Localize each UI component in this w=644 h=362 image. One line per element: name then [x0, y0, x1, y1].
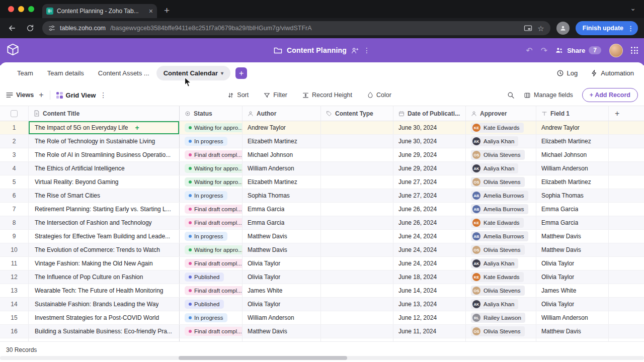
cell-status[interactable]: Final draft compl...	[180, 216, 243, 229]
minimize-window-button[interactable]	[18, 6, 24, 12]
new-tab-button[interactable]: +	[164, 5, 170, 16]
cell-date[interactable]: June 14, 2024	[393, 284, 466, 297]
base-menu-kebab-icon[interactable]: ⋮	[363, 46, 370, 54]
cell-date[interactable]: June 11, 2024	[393, 325, 466, 338]
cell-status[interactable]: In progress	[180, 189, 243, 202]
table-row[interactable]: 4 The Ethics of Artificial Intelligence …	[0, 162, 644, 175]
cell-author[interactable]: Sophia Thomas	[243, 189, 321, 202]
chevron-down-icon[interactable]: ▾	[221, 70, 223, 76]
cell-date[interactable]: June 26, 2024	[393, 203, 466, 216]
cell-field1[interactable]: Matthew Davis	[536, 325, 609, 338]
cell-content-type[interactable]	[321, 298, 393, 311]
column-header-approver[interactable]: Approver	[466, 106, 536, 121]
table-row[interactable]: 6 The Rise of Smart Cities In progress S…	[0, 189, 644, 203]
media-controls-icon[interactable]	[524, 25, 532, 32]
column-header-content-type[interactable]: Content Type	[321, 106, 393, 121]
table-row[interactable]: 3 The Role of AI in Streamlining Busines…	[0, 148, 644, 162]
add-table-button[interactable]: +	[235, 67, 247, 79]
cell-date[interactable]: June 29, 2024	[393, 162, 466, 175]
sort-button[interactable]: Sort	[227, 92, 249, 99]
cell-field1[interactable]: Andrew Taylor	[536, 121, 609, 134]
cell-date[interactable]: June 18, 2024	[393, 270, 466, 284]
cell-field1[interactable]: William Anderson	[536, 311, 609, 324]
table-row[interactable]: 7 Retirement Planning: Starting Early vs…	[0, 203, 644, 216]
horizontal-scrollbar-thumb[interactable]	[179, 356, 347, 360]
row-number-cell[interactable]: 6	[0, 189, 29, 202]
share-button[interactable]: Share 7	[555, 46, 601, 54]
cell-content-title[interactable]: The Role of AI in Streamlining Business …	[29, 148, 180, 161]
cell-field1[interactable]: Elizabeth Martinez	[536, 135, 609, 148]
select-all-cell[interactable]	[0, 106, 29, 121]
cell-field1[interactable]: Matthew Davis	[536, 243, 609, 256]
cell-approver[interactable]: AB Amelia Burrows	[466, 203, 536, 216]
cell-status[interactable]: Waiting for appro...	[180, 121, 243, 134]
cell-approver[interactable]: OS Olivia Stevens	[466, 243, 536, 256]
tab-content-calendar[interactable]: Content Calendar ▾	[156, 66, 230, 80]
cell-status[interactable]: Final draft compl...	[180, 325, 243, 338]
cell-author[interactable]: James White	[243, 284, 321, 297]
row-number-cell[interactable]: 7	[0, 203, 29, 216]
table-row[interactable]: 10 The Evolution of eCommerce: Trends to…	[0, 243, 644, 257]
cell-status[interactable]: In progress	[180, 230, 243, 243]
cell-date[interactable]: June 26, 2024	[393, 216, 466, 229]
tab-team[interactable]: Team	[10, 66, 40, 80]
cell-status[interactable]: Final draft compl...	[180, 148, 243, 161]
row-number-cell[interactable]: 8	[0, 216, 29, 229]
cell-approver[interactable]: AK Aaliya Khan	[466, 135, 536, 148]
cell-author[interactable]: Olivia Taylor	[243, 270, 321, 284]
back-icon[interactable]	[6, 22, 18, 34]
finish-update-button[interactable]: Finish update ⋮	[576, 21, 638, 35]
log-button[interactable]: Log	[556, 69, 578, 77]
cell-approver[interactable]: RL Railey Lawson	[466, 311, 536, 324]
cell-content-title[interactable]: Wearable Tech: The Future of Health Moni…	[29, 284, 180, 297]
table-row[interactable]: 5 Virtual Reality: Beyond Gaming Waiting…	[0, 175, 644, 189]
cell-field1[interactable]: Matthew Davis	[536, 230, 609, 243]
cell-status[interactable]: Final draft compl...	[180, 284, 243, 297]
cell-content-type[interactable]	[321, 243, 393, 256]
tab-list-chevron-icon[interactable]: ⌄	[630, 4, 636, 12]
cell-date[interactable]: June 27, 2024	[393, 175, 466, 189]
row-number-cell[interactable]: 9	[0, 230, 29, 243]
cell-status[interactable]: Final draft compl...	[180, 257, 243, 270]
cell-content-title[interactable]: Investment Strategies for a Post-COVID W…	[29, 311, 180, 324]
redo-icon[interactable]: ↷	[541, 46, 547, 55]
table-row[interactable]: 2 The Role of Technology in Sustainable …	[0, 135, 644, 148]
column-header-status[interactable]: Status	[180, 106, 243, 121]
cell-author[interactable]: Elizabeth Martinez	[243, 175, 321, 189]
filter-button[interactable]: Filter	[264, 92, 287, 99]
row-number-cell[interactable]: 3	[0, 148, 29, 161]
cell-content-type[interactable]	[321, 311, 393, 324]
cell-content-type[interactable]	[321, 257, 393, 270]
cell-field1[interactable]: Emma Garcia	[536, 203, 609, 216]
browser-tab[interactable]: Content Planning - Zoho Tab... ×	[42, 4, 157, 18]
cell-approver[interactable]: KE Kate Edwards	[466, 270, 536, 284]
cell-author[interactable]: Elizabeth Martinez	[243, 135, 321, 148]
column-header-author[interactable]: Author	[243, 106, 321, 121]
search-icon[interactable]	[507, 92, 515, 99]
undo-icon[interactable]: ↶	[526, 46, 532, 55]
cell-author[interactable]: Olivia Taylor	[243, 298, 321, 311]
row-number-cell[interactable]: 14	[0, 298, 29, 311]
cell-content-title[interactable]: Vintage Fashion: Making the Old New Agai…	[29, 257, 180, 270]
site-settings-icon[interactable]	[48, 25, 55, 32]
table-row[interactable]: 13 Wearable Tech: The Future of Health M…	[0, 284, 644, 298]
row-number-cell[interactable]: 15	[0, 311, 29, 324]
cell-date[interactable]: June 27, 2024	[393, 189, 466, 202]
row-number-cell[interactable]: 13	[0, 284, 29, 297]
cell-status[interactable]: Published	[180, 270, 243, 284]
finish-update-kebab-icon[interactable]: ⋮	[627, 25, 634, 32]
cell-author[interactable]: Emma Garcia	[243, 216, 321, 229]
cell-status[interactable]: Waiting for appro...	[180, 175, 243, 189]
cell-content-type[interactable]	[321, 189, 393, 202]
cell-content-type[interactable]	[321, 121, 393, 134]
user-avatar[interactable]	[609, 44, 623, 57]
cell-status[interactable]: In progress	[180, 311, 243, 324]
views-menu-button[interactable]: Views	[6, 92, 34, 99]
cell-approver[interactable]: OS Olivia Stevens	[466, 284, 536, 297]
cell-content-title[interactable]: The Evolution of eCommerce: Trends to Wa…	[29, 243, 180, 256]
column-header-content-title[interactable]: Content Title	[29, 106, 180, 121]
cell-field1[interactable]: Sophia Thomas	[536, 189, 609, 202]
bookmark-star-icon[interactable]: ☆	[537, 25, 544, 32]
row-number-cell[interactable]: 2	[0, 135, 29, 148]
cell-date[interactable]: June 30, 2024	[393, 135, 466, 148]
